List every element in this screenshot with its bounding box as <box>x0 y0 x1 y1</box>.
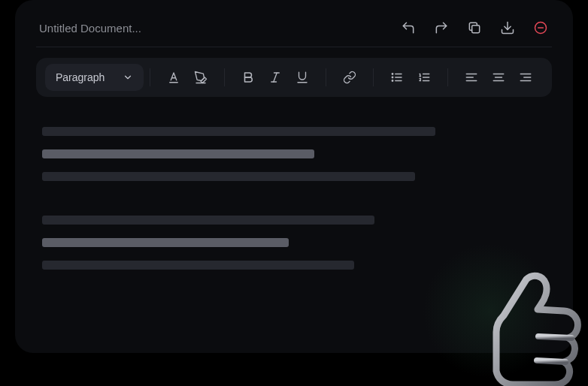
document-title-input[interactable] <box>39 22 400 35</box>
link-group <box>332 66 367 89</box>
svg-line-9 <box>274 73 277 82</box>
align-group <box>454 66 543 89</box>
svg-point-14 <box>392 74 393 75</box>
list-group <box>380 66 441 89</box>
copy-icon[interactable] <box>466 20 483 36</box>
numbered-list-icon[interactable] <box>413 66 435 89</box>
text-style-label: Paragraph <box>56 71 105 83</box>
redo-icon[interactable] <box>433 20 450 36</box>
delete-icon[interactable] <box>532 20 549 36</box>
bullet-list-icon[interactable] <box>386 66 408 89</box>
underline-icon[interactable] <box>291 66 314 89</box>
highlight-icon[interactable] <box>189 66 212 89</box>
format-group <box>231 66 320 89</box>
italic-icon[interactable] <box>264 66 286 89</box>
chevron-down-icon <box>123 72 133 83</box>
toolbar-separator <box>150 68 150 86</box>
align-left-icon[interactable] <box>460 66 483 89</box>
align-center-icon[interactable] <box>487 66 510 89</box>
document-content[interactable] <box>36 97 552 270</box>
svg-rect-0 <box>472 26 480 33</box>
title-row <box>36 15 552 44</box>
download-icon[interactable] <box>499 20 516 36</box>
link-icon[interactable] <box>338 66 361 89</box>
svg-point-16 <box>392 80 393 82</box>
formatting-toolbar: Paragraph <box>36 58 552 97</box>
header-divider <box>36 47 552 47</box>
toolbar-separator <box>447 68 448 86</box>
text-placeholder <box>42 149 314 158</box>
editor-window: Paragraph <box>15 0 573 353</box>
text-placeholder <box>42 172 415 181</box>
text-placeholder <box>42 216 374 225</box>
header-actions <box>400 20 549 36</box>
text-placeholder <box>42 238 289 247</box>
toolbar-separator <box>224 68 225 86</box>
color-group <box>156 66 218 89</box>
align-right-icon[interactable] <box>514 66 537 89</box>
text-style-select[interactable]: Paragraph <box>45 64 144 91</box>
text-placeholder <box>42 261 354 270</box>
toolbar-separator <box>373 68 374 86</box>
svg-point-15 <box>392 77 393 78</box>
text-color-icon[interactable] <box>162 66 185 89</box>
toolbar-separator <box>326 68 326 86</box>
svg-line-30 <box>537 360 565 362</box>
undo-icon[interactable] <box>400 20 417 36</box>
bold-icon[interactable] <box>237 66 259 89</box>
text-placeholder <box>42 127 435 136</box>
